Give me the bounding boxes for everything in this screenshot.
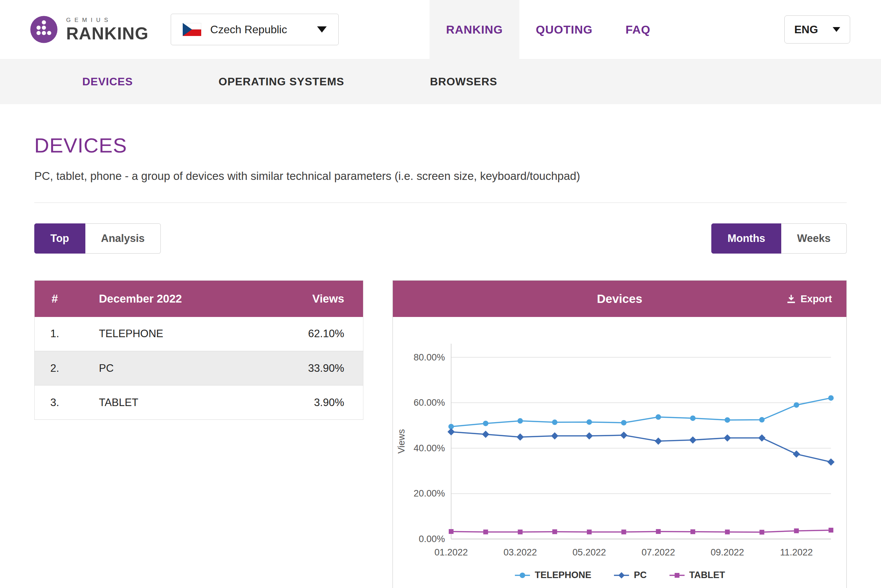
export-label: Export [800,293,832,304]
pc-series-marker-icon [613,572,630,579]
chart-legend: TELEPHONE PC TABLET [393,568,846,588]
table-header-row: # December 2022 Views [35,280,363,317]
content-row: # December 2022 Views 1. TELEPHONE 62.10… [34,280,847,588]
telephone-series-marker-icon [514,572,531,579]
page-title: DEVICES [34,134,847,157]
export-button[interactable]: Export [786,280,832,317]
main-content: DEVICES PC, tablet, phone - a group of d… [0,134,881,588]
nav-item-faq[interactable]: FAQ [609,0,667,59]
legend-label: TABLET [689,570,725,580]
rank-cell: 3. [35,386,75,420]
table-row[interactable]: 1. TELEPHONE 62.10% [35,317,363,351]
svg-text:0.00%: 0.00% [419,534,445,544]
chevron-down-icon [833,27,840,32]
gemius-ranking-logo[interactable]: GEMIUS RANKING [29,15,149,44]
chart-body: 0.00%20.00%40.00%60.00%80.00%01.202203.2… [393,317,846,588]
nav-item-ranking[interactable]: RANKING [429,0,519,59]
svg-text:09.2022: 09.2022 [711,547,744,558]
legend-label: TELEPHONE [535,570,591,580]
svg-text:03.2022: 03.2022 [504,547,537,558]
column-header-views: Views [261,280,363,317]
months-tab[interactable]: Months [711,224,781,254]
download-icon [786,294,796,304]
column-header-rank: # [35,280,75,317]
sub-nav: DEVICES OPERATING SYSTEMS BROWSERS [0,59,881,104]
page-description: PC, tablet, phone - a group of devices w… [34,170,847,183]
devices-rank-table: # December 2022 Views 1. TELEPHONE 62.10… [34,280,363,420]
nav-item-quoting[interactable]: QUOTING [519,0,609,59]
period-toggle: Months Weeks [711,224,847,254]
legend-label: PC [634,570,647,580]
svg-text:20.00%: 20.00% [413,488,445,499]
column-header-month: December 2022 [75,280,261,317]
top-tab[interactable]: Top [34,224,86,254]
svg-text:40.00%: 40.00% [413,443,445,453]
devices-chart-panel: Devices Export 0.00%20.00%40.00%60.00%80… [393,280,847,588]
svg-text:01.2022: 01.2022 [434,547,468,558]
czech-flag-icon [183,23,201,36]
device-name-cell: TABLET [75,386,261,420]
logo-word-gemius: GEMIUS [66,17,149,23]
views-cell: 62.10% [261,317,363,351]
legend-item-telephone[interactable]: TELEPHONE [514,570,591,580]
legend-item-tablet[interactable]: TABLET [669,570,725,580]
table-row[interactable]: 2. PC 33.90% [35,351,363,386]
country-selector-value: Czech Republic [210,23,317,36]
controls-row: Top Analysis Months Weeks [34,224,847,254]
svg-text:Views: Views [396,429,407,454]
svg-text:80.00%: 80.00% [413,352,445,363]
view-toggle: Top Analysis [34,224,161,254]
table-row[interactable]: 3. TABLET 3.90% [35,386,363,420]
svg-text:11.2022: 11.2022 [780,547,813,558]
chevron-down-icon [317,26,327,33]
subnav-item-operating-systems[interactable]: OPERATING SYSTEMS [218,75,344,88]
divider [34,202,847,203]
subnav-item-browsers[interactable]: BROWSERS [430,75,497,88]
chart-title: Devices [597,292,642,306]
top-bar: GEMIUS RANKING Czech Republic RANKING QU… [0,0,881,59]
analysis-tab[interactable]: Analysis [86,224,161,254]
svg-text:05.2022: 05.2022 [572,547,606,558]
language-selector[interactable]: ENG [784,15,850,44]
tablet-series-marker-icon [669,572,685,579]
svg-text:07.2022: 07.2022 [642,547,675,558]
main-nav: RANKING QUOTING FAQ [429,0,667,59]
svg-text:60.00%: 60.00% [413,398,445,408]
device-name-cell: PC [75,351,261,386]
rank-cell: 2. [35,351,75,386]
legend-item-pc[interactable]: PC [613,570,647,580]
subnav-item-devices[interactable]: DEVICES [82,75,133,88]
rank-cell: 1. [35,317,75,351]
devices-line-chart: 0.00%20.00%40.00%60.00%80.00%01.202203.2… [393,327,846,566]
views-cell: 3.90% [261,386,363,420]
device-name-cell: TELEPHONE [75,317,261,351]
logo-word-ranking: RANKING [66,25,149,42]
country-selector[interactable]: Czech Republic [171,14,339,45]
language-selector-value: ENG [794,23,818,36]
chart-header: Devices Export [393,280,846,317]
gemius-logo-icon [29,15,59,44]
weeks-tab[interactable]: Weeks [781,224,847,254]
views-cell: 33.90% [261,351,363,386]
